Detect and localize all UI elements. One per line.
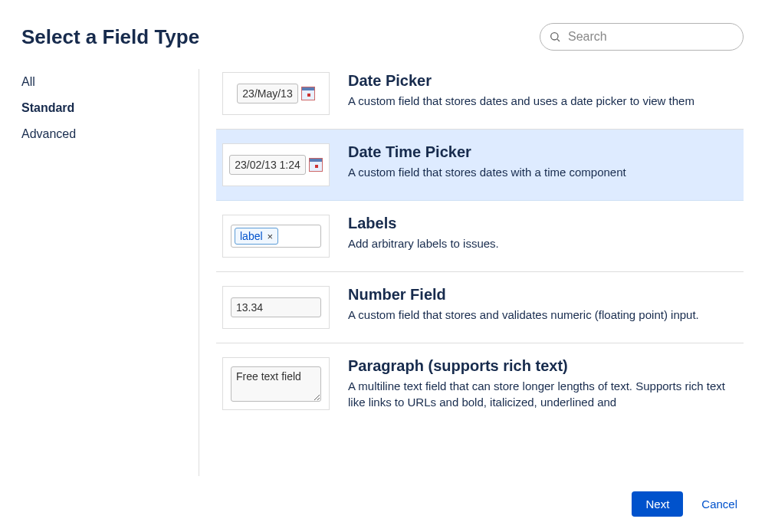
dialog-body: All Standard Advanced 23/May/13 Date Pic… (21, 69, 744, 476)
sidebar-item-standard[interactable]: Standard (21, 95, 189, 121)
search-icon (549, 31, 561, 43)
preview-date-picker: 23/May/13 (222, 72, 330, 115)
option-paragraph[interactable]: Paragraph (supports rich text) A multili… (216, 343, 744, 424)
option-text: Labels Add arbitrary labels to issues. (348, 215, 736, 258)
sidebar-item-all[interactable]: All (21, 69, 189, 95)
option-date-picker[interactable]: 23/May/13 Date Picker A custom field tha… (216, 69, 744, 130)
dialog-title: Select a Field Type (21, 25, 199, 49)
dialog: Select a Field Type All Standard Advance… (0, 0, 765, 532)
label-pill: label × (235, 228, 278, 245)
textarea-preview (231, 366, 321, 402)
search-input[interactable] (540, 23, 744, 51)
option-title: Number Field (348, 286, 736, 304)
option-desc: A custom field that stores and validates… (348, 307, 736, 323)
preview-labels: label × (222, 215, 330, 258)
option-text: Paragraph (supports rich text) A multili… (348, 357, 736, 410)
calendar-icon (309, 158, 323, 172)
datetime-value: 23/02/13 1:24 (229, 155, 306, 175)
search-field (540, 23, 744, 51)
label-text: label (240, 230, 263, 242)
option-desc: A custom field that stores dates with a … (348, 164, 736, 180)
option-title: Date Time Picker (348, 143, 736, 161)
option-labels[interactable]: label × Labels Add arbitrary labels to i… (216, 201, 744, 272)
dialog-footer: Next Cancel (21, 476, 744, 517)
datetime-input-row: 23/02/13 1:24 (229, 155, 323, 175)
option-text: Date Picker A custom field that stores d… (348, 72, 736, 115)
option-desc: A multiline text field that can store lo… (348, 378, 736, 410)
option-number-field[interactable]: 13.34 Number Field A custom field that s… (216, 272, 744, 343)
option-desc: A custom field that stores dates and use… (348, 93, 736, 109)
preview-date-time-picker: 23/02/13 1:24 (222, 143, 330, 186)
option-text: Number Field A custom field that stores … (348, 286, 736, 329)
option-title: Paragraph (supports rich text) (348, 357, 736, 375)
number-value: 13.34 (231, 297, 321, 317)
option-text: Date Time Picker A custom field that sto… (348, 143, 736, 186)
option-title: Labels (348, 215, 736, 232)
cancel-button[interactable]: Cancel (701, 498, 737, 511)
dialog-header: Select a Field Type (21, 23, 744, 51)
sidebar: All Standard Advanced (21, 69, 199, 476)
remove-label-icon: × (268, 231, 274, 242)
preview-number-field: 13.34 (222, 286, 330, 329)
label-input: label × (231, 225, 321, 248)
preview-paragraph (222, 357, 330, 410)
sidebar-item-advanced[interactable]: Advanced (21, 121, 189, 147)
option-title: Date Picker (348, 72, 736, 90)
next-button[interactable]: Next (632, 491, 683, 517)
option-date-time-picker[interactable]: 23/02/13 1:24 Date Time Picker A custom … (216, 130, 744, 201)
svg-point-0 (551, 33, 558, 40)
option-desc: Add arbitrary labels to issues. (348, 235, 736, 251)
date-input-row: 23/May/13 (237, 84, 314, 103)
date-value: 23/May/13 (237, 84, 297, 103)
svg-line-1 (557, 39, 560, 41)
calendar-icon (301, 87, 315, 100)
options-list: 23/May/13 Date Picker A custom field tha… (199, 69, 744, 476)
